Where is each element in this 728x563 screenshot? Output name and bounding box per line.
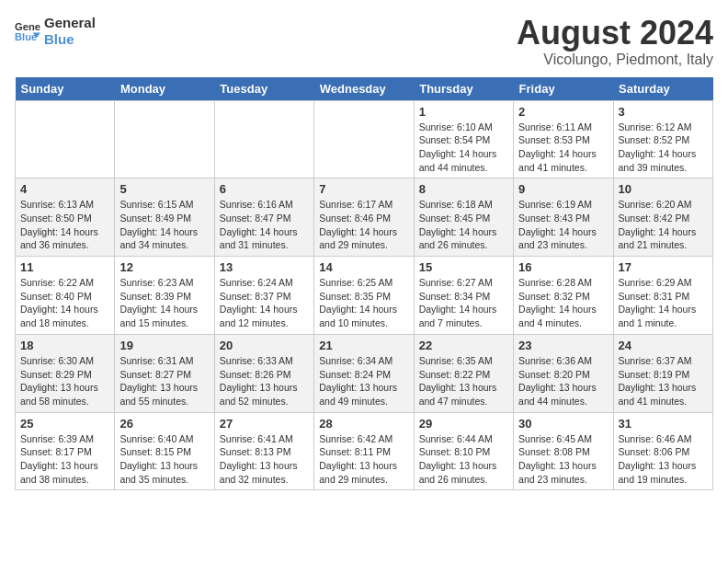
day-cell: 3Sunrise: 6:12 AM Sunset: 8:52 PM Daylig…	[613, 100, 712, 178]
day-cell: 31Sunrise: 6:46 AM Sunset: 8:06 PM Dayli…	[613, 412, 712, 490]
day-number: 27	[220, 417, 309, 431]
day-cell	[314, 100, 414, 178]
logo: General Blue General Blue	[15, 15, 96, 48]
day-cell: 15Sunrise: 6:27 AM Sunset: 8:34 PM Dayli…	[414, 257, 513, 335]
day-info: Sunrise: 6:15 AM Sunset: 8:49 PM Dayligh…	[119, 198, 209, 252]
day-cell: 10Sunrise: 6:20 AM Sunset: 8:42 PM Dayli…	[613, 178, 712, 257]
day-number: 10	[619, 182, 708, 196]
day-info: Sunrise: 6:37 AM Sunset: 8:19 PM Dayligh…	[619, 354, 708, 408]
day-cell	[214, 100, 313, 178]
day-number: 21	[319, 339, 408, 352]
day-cell	[16, 100, 115, 178]
day-info: Sunrise: 6:12 AM Sunset: 8:52 PM Dayligh…	[619, 121, 708, 175]
day-cell: 8Sunrise: 6:18 AM Sunset: 8:45 PM Daylig…	[414, 178, 513, 257]
day-info: Sunrise: 6:29 AM Sunset: 8:31 PM Dayligh…	[619, 276, 708, 330]
month-title: August 2024	[517, 15, 713, 52]
day-cell: 2Sunrise: 6:11 AM Sunset: 8:53 PM Daylig…	[514, 100, 613, 178]
week-row-5: 25Sunrise: 6:39 AM Sunset: 8:17 PM Dayli…	[16, 412, 713, 490]
header-thursday: Thursday	[414, 77, 513, 101]
day-cell: 13Sunrise: 6:24 AM Sunset: 8:37 PM Dayli…	[214, 257, 313, 335]
day-number: 12	[119, 260, 209, 274]
logo-icon: General Blue	[15, 18, 40, 44]
day-cell: 22Sunrise: 6:35 AM Sunset: 8:22 PM Dayli…	[414, 334, 513, 412]
day-info: Sunrise: 6:27 AM Sunset: 8:34 PM Dayligh…	[419, 276, 508, 330]
day-cell: 11Sunrise: 6:22 AM Sunset: 8:40 PM Dayli…	[16, 257, 115, 335]
day-number: 4	[20, 182, 109, 196]
day-info: Sunrise: 6:10 AM Sunset: 8:54 PM Dayligh…	[419, 121, 508, 175]
header-saturday: Saturday	[613, 77, 712, 101]
day-cell: 28Sunrise: 6:42 AM Sunset: 8:11 PM Dayli…	[314, 412, 414, 490]
day-number: 7	[319, 182, 408, 196]
day-info: Sunrise: 6:19 AM Sunset: 8:43 PM Dayligh…	[518, 198, 608, 252]
day-number: 6	[220, 182, 309, 196]
day-number: 5	[119, 182, 209, 196]
day-info: Sunrise: 6:31 AM Sunset: 8:27 PM Dayligh…	[119, 354, 209, 408]
day-info: Sunrise: 6:34 AM Sunset: 8:24 PM Dayligh…	[319, 354, 408, 408]
day-cell: 21Sunrise: 6:34 AM Sunset: 8:24 PM Dayli…	[314, 334, 414, 412]
calendar-header-row: SundayMondayTuesdayWednesdayThursdayFrid…	[16, 77, 713, 101]
day-cell	[115, 100, 214, 178]
day-cell: 23Sunrise: 6:36 AM Sunset: 8:20 PM Dayli…	[514, 334, 613, 412]
week-row-3: 11Sunrise: 6:22 AM Sunset: 8:40 PM Dayli…	[16, 257, 713, 335]
day-number: 11	[20, 260, 109, 274]
header-monday: Monday	[115, 77, 214, 101]
week-row-1: 1Sunrise: 6:10 AM Sunset: 8:54 PM Daylig…	[16, 100, 713, 178]
svg-text:General: General	[15, 21, 40, 32]
day-number: 14	[319, 260, 408, 274]
day-cell: 20Sunrise: 6:33 AM Sunset: 8:26 PM Dayli…	[214, 334, 313, 412]
day-cell: 24Sunrise: 6:37 AM Sunset: 8:19 PM Dayli…	[613, 334, 712, 412]
logo-line2: Blue	[44, 31, 96, 48]
day-info: Sunrise: 6:13 AM Sunset: 8:50 PM Dayligh…	[20, 198, 109, 252]
day-cell: 27Sunrise: 6:41 AM Sunset: 8:13 PM Dayli…	[214, 412, 313, 490]
day-info: Sunrise: 6:39 AM Sunset: 8:17 PM Dayligh…	[20, 432, 109, 487]
day-info: Sunrise: 6:36 AM Sunset: 8:20 PM Dayligh…	[518, 354, 608, 408]
day-info: Sunrise: 6:16 AM Sunset: 8:47 PM Dayligh…	[220, 198, 309, 252]
day-cell: 19Sunrise: 6:31 AM Sunset: 8:27 PM Dayli…	[115, 334, 214, 412]
day-info: Sunrise: 6:25 AM Sunset: 8:35 PM Dayligh…	[319, 276, 408, 330]
day-cell: 16Sunrise: 6:28 AM Sunset: 8:32 PM Dayli…	[514, 257, 613, 335]
header-sunday: Sunday	[16, 77, 115, 101]
day-number: 28	[319, 417, 408, 431]
day-number: 1	[419, 105, 508, 119]
day-number: 31	[619, 417, 708, 431]
day-number: 15	[419, 260, 508, 274]
day-number: 23	[518, 339, 608, 352]
day-number: 9	[518, 182, 608, 196]
day-info: Sunrise: 6:46 AM Sunset: 8:06 PM Dayligh…	[619, 432, 708, 487]
day-cell: 26Sunrise: 6:40 AM Sunset: 8:15 PM Dayli…	[115, 412, 214, 490]
day-number: 19	[119, 339, 209, 352]
day-info: Sunrise: 6:41 AM Sunset: 8:13 PM Dayligh…	[220, 432, 309, 487]
calendar-table: SundayMondayTuesdayWednesdayThursdayFrid…	[15, 77, 713, 491]
svg-text:Blue: Blue	[15, 31, 37, 42]
day-number: 26	[119, 417, 209, 431]
day-cell: 25Sunrise: 6:39 AM Sunset: 8:17 PM Dayli…	[16, 412, 115, 490]
header-friday: Friday	[514, 77, 613, 101]
location-title: Vicolungo, Piedmont, Italy	[517, 52, 713, 68]
day-cell: 7Sunrise: 6:17 AM Sunset: 8:46 PM Daylig…	[314, 178, 414, 257]
day-number: 29	[419, 417, 508, 431]
day-number: 3	[619, 105, 708, 119]
day-cell: 1Sunrise: 6:10 AM Sunset: 8:54 PM Daylig…	[414, 100, 513, 178]
day-cell: 14Sunrise: 6:25 AM Sunset: 8:35 PM Dayli…	[314, 257, 414, 335]
day-info: Sunrise: 6:30 AM Sunset: 8:29 PM Dayligh…	[20, 354, 109, 408]
day-info: Sunrise: 6:18 AM Sunset: 8:45 PM Dayligh…	[419, 198, 508, 252]
title-area: August 2024 Vicolungo, Piedmont, Italy	[517, 15, 713, 68]
day-info: Sunrise: 6:17 AM Sunset: 8:46 PM Dayligh…	[319, 198, 408, 252]
day-cell: 18Sunrise: 6:30 AM Sunset: 8:29 PM Dayli…	[16, 334, 115, 412]
day-number: 25	[20, 417, 109, 431]
day-info: Sunrise: 6:22 AM Sunset: 8:40 PM Dayligh…	[20, 276, 109, 330]
week-row-4: 18Sunrise: 6:30 AM Sunset: 8:29 PM Dayli…	[16, 334, 713, 412]
day-info: Sunrise: 6:42 AM Sunset: 8:11 PM Dayligh…	[319, 432, 408, 487]
header-tuesday: Tuesday	[214, 77, 313, 101]
day-number: 30	[518, 417, 608, 431]
day-cell: 5Sunrise: 6:15 AM Sunset: 8:49 PM Daylig…	[115, 178, 214, 257]
day-info: Sunrise: 6:11 AM Sunset: 8:53 PM Dayligh…	[518, 121, 608, 175]
logo-line1: General	[44, 15, 96, 31]
header-wednesday: Wednesday	[314, 77, 414, 101]
day-info: Sunrise: 6:44 AM Sunset: 8:10 PM Dayligh…	[419, 432, 508, 487]
day-info: Sunrise: 6:20 AM Sunset: 8:42 PM Dayligh…	[619, 198, 708, 252]
day-number: 2	[518, 105, 608, 119]
day-number: 24	[619, 339, 708, 352]
day-number: 16	[518, 260, 608, 274]
day-info: Sunrise: 6:40 AM Sunset: 8:15 PM Dayligh…	[119, 432, 209, 487]
